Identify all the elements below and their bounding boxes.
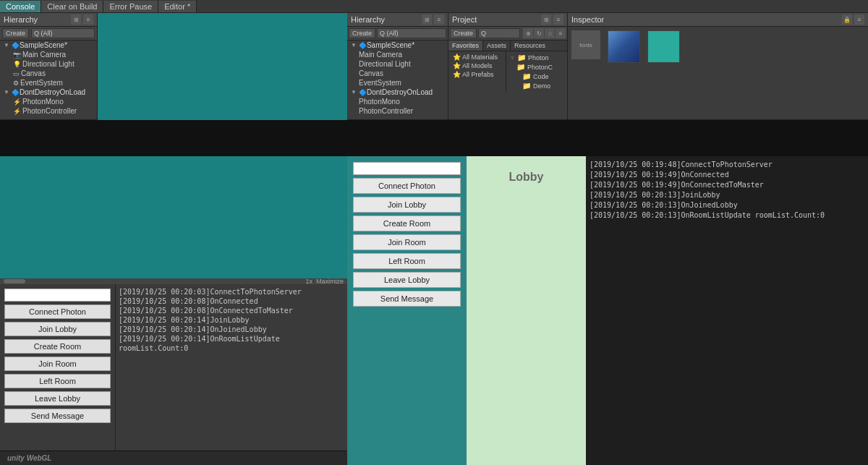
game-connect-photon-btn[interactable]: Connect Photon [353,178,461,194]
inspector-fonts-box: fonts [571,30,600,59]
right-log-line-4: [2019/10/25 00:20:13]JoinLobby [590,190,864,200]
project-panel: Project ⊞ ≡ Create ⊕ ↻ ☆ ≡ [448,13,568,120]
tree-right-dirlight[interactable]: Directional Light [347,59,448,69]
console-join-lobby-btn[interactable]: Join Lobby [4,322,111,336]
hierarchy-header: Hierarchy ⊞ ≡ [0,13,97,27]
project-fav-prefabs[interactable]: ⭐All Prefabs [450,70,504,79]
tree-item-eventsystem[interactable]: ⚙EventSystem [0,78,97,88]
hierarchy-search[interactable] [31,28,95,38]
tree-right-photoncontroller[interactable]: PhotonController [347,106,448,116]
inspector-teal-box [647,30,680,63]
hierarchy-right-create-btn[interactable]: Create [349,28,375,38]
inspector-panel: Inspector 🔒 ≡ fonts [568,13,868,120]
tree-item-photonmono[interactable]: ⚡PhotonMono [0,97,97,106]
tab-clear-on-build[interactable]: Clear on Build [41,1,103,12]
tree-right-eventsystem[interactable]: EventSystem [347,78,448,88]
hierarchy-icons: ⊞ ≡ [71,14,93,25]
project-menu-icon[interactable]: ≡ [553,14,563,25]
project-tab-resources[interactable]: Resources [511,40,549,51]
game-black-strip [347,120,868,156]
inspector-content: fonts [568,27,868,67]
game-join-room-btn[interactable]: Join Room [353,234,461,250]
hierarchy-menu-icon[interactable]: ≡ [83,14,93,25]
project-assets-photonc[interactable]: 📁PhotonC [508,62,566,72]
hierarchy-lock-icon[interactable]: ⊞ [71,14,81,25]
game-left-room-btn[interactable]: Left Room [353,253,461,269]
project-icon-4[interactable]: ≡ [556,28,566,38]
tree-item-canvas[interactable]: ▭Canvas [0,69,97,78]
tree-right-samplescene[interactable]: ▼🔷SampleScene* [347,40,448,50]
project-header: Project ⊞ ≡ [448,13,567,27]
unity-bottom-bar: unity WebGL [0,451,347,465]
inspector-menu-icon[interactable]: ≡ [854,14,864,25]
hierarchy-right-panel: Hierarchy ⊞ ≡ Create ▼🔷SampleScene* [347,13,448,120]
console-leave-lobby-btn[interactable]: Leave Lobby [4,391,111,406]
game-create-room-btn[interactable]: Create Room [353,216,461,231]
console-log-line-3: [2019/10/25 00:20:08]OnConnectedToMaster [119,306,344,315]
console-connect-photon-btn[interactable]: Connect Photon [4,304,111,319]
project-create-btn[interactable]: Create [450,28,477,38]
tab-editor[interactable]: Editor * [158,1,197,12]
hierarchy-right-lock[interactable]: ⊞ [422,14,432,25]
right-log-line-1: [2019/10/25 00:19:48]ConnectToPhotonServ… [590,160,864,170]
right-log-panel: [2019/10/25 00:19:48]ConnectToPhotonServ… [586,156,868,465]
scroll-bar-area[interactable]: 1x Maximize [0,278,347,284]
game-input-field[interactable]: wwwwwww [353,162,461,175]
unity-logo: unity WebGL [7,454,51,462]
project-icon-2[interactable]: ↻ [534,28,544,38]
tree-right-photonmono[interactable]: PhotonMono [347,97,448,106]
hierarchy-right-search[interactable] [377,28,446,38]
project-icon-1[interactable]: ⊕ [523,28,533,38]
console-log-line-6: [2019/10/25 00:20:14]OnRoomListUpdate ro… [119,334,344,353]
inspector-blue-cube [608,30,640,63]
hierarchy-right-menu[interactable]: ≡ [434,14,444,25]
hierarchy-create-btn[interactable]: Create [2,28,29,38]
hierarchy-right-toolbar: Create [347,27,448,40]
game-controls-panel: wwwwwww Connect Photon Join Lobby Create… [347,156,467,465]
project-assets-demo[interactable]: 📁Demo [508,81,566,90]
right-log-line-2: [2019/10/25 00:19:49]OnConnected [590,170,864,180]
tab-console[interactable]: Console [0,1,41,12]
tree-item-samplescene[interactable]: ▼🔷SampleScene* [0,40,97,50]
tree-right-canvas[interactable]: Canvas [347,69,448,78]
tree-item-maincamera[interactable]: 📷Main Camera [0,50,97,59]
hierarchy-tree: ▼🔷SampleScene* 📷Main Camera 💡Directional… [0,40,97,116]
tree-right-dontdestroy[interactable]: ▼🔷DontDestroyOnLoad [347,88,448,97]
project-icon-3[interactable]: ☆ [545,28,555,38]
project-fav-models[interactable]: ⭐All Models [450,61,504,70]
scroll-thumb[interactable] [4,279,25,283]
right-log-line-5: [2019/10/25 00:20:13]OnJoinedLobby [590,200,864,210]
project-tab-favorites[interactable]: Favorites [448,40,483,51]
console-left-room-btn[interactable]: Left Room [4,374,111,388]
tree-item-dontdestroy[interactable]: ▼🔷DontDestroyOnLoad [0,88,97,97]
game-send-message-btn[interactable]: Send Message [353,291,461,307]
tree-item-photoncontroller[interactable]: ⚡PhotonController [0,106,97,116]
top-tab-bar: Console Clear on Build Error Pause Edito… [0,0,868,13]
tab-error-pause[interactable]: Error Pause [103,1,158,12]
game-leave-lobby-btn[interactable]: Leave Lobby [353,272,461,288]
console-log-line-4: [2019/10/25 00:20:14]JoinLobby [119,315,344,325]
game-main-area: wwwwwww Connect Photon Join Lobby Create… [347,120,868,465]
project-assets-col: ▼ 📁 Photon 📁PhotonC 📁Code � [506,51,567,92]
inspector-cube-section [608,30,640,63]
project-title: Project [452,15,477,24]
hierarchy-right-header: Hierarchy ⊞ ≡ [347,13,448,27]
console-create-room-btn[interactable]: Create Room [4,339,111,354]
tree-right-maincamera[interactable]: Main Camera [347,50,448,59]
project-lock-icon[interactable]: ⊞ [541,14,551,25]
hierarchy-right-title: Hierarchy [351,15,385,24]
lobby-text: Lobby [509,171,544,184]
console-join-room-btn[interactable]: Join Room [4,357,111,371]
console-input[interactable]: aaaaaa [4,289,111,302]
project-fav-materials[interactable]: ⭐All Materials [450,53,504,61]
inspector-lock-icon[interactable]: 🔒 [842,14,852,25]
project-assets-code[interactable]: 📁Code [508,72,566,81]
tree-item-dirlight[interactable]: 💡Directional Light [0,59,97,69]
game-content-row: wwwwwww Connect Photon Join Lobby Create… [347,156,868,465]
console-log: [2019/10/25 00:20:03]ConnectToPhotonServ… [116,284,347,451]
console-send-message-btn[interactable]: Send Message [4,409,111,423]
game-join-lobby-btn[interactable]: Join Lobby [353,197,461,213]
project-search[interactable] [478,28,520,38]
project-tab-assets[interactable]: Assets [483,40,511,51]
inspector-title: Inspector [571,15,604,24]
